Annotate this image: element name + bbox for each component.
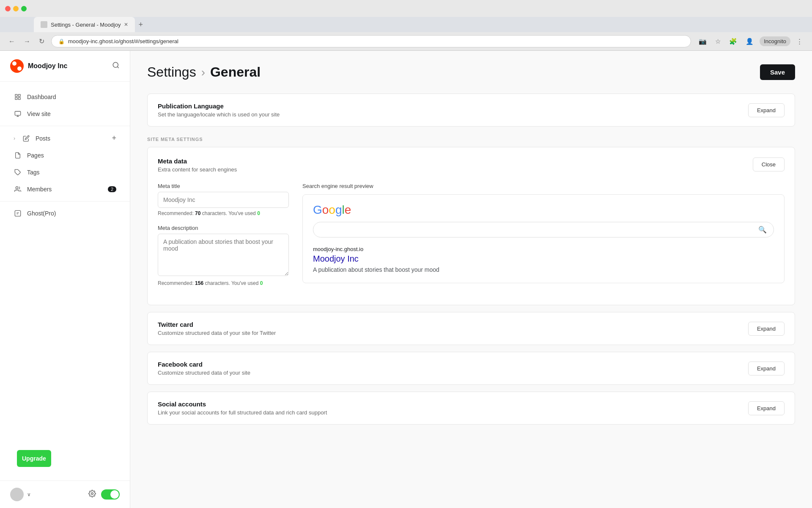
meta-data-title: Meta data xyxy=(158,157,237,165)
meta-title-group: Meta title Recommended: 70 characters. Y… xyxy=(158,183,289,216)
gear-icon xyxy=(88,490,96,497)
lock-icon: 🔒 xyxy=(58,39,65,44)
footer-actions xyxy=(88,489,120,500)
google-preview: Google 🔍 moodjoy-inc.ghost.io Moodjoy In… xyxy=(302,194,785,283)
publication-language-expand-button[interactable]: Expand xyxy=(748,103,785,117)
meta-description-input[interactable] xyxy=(158,234,289,276)
sidebar-item-view-site[interactable]: View site xyxy=(3,105,126,122)
user-avatar[interactable]: ∨ xyxy=(10,488,31,501)
sidebar-title: Moodjoy Inc xyxy=(28,62,67,70)
toggle-knob xyxy=(110,490,119,499)
tags-icon xyxy=(14,168,22,177)
search-button[interactable] xyxy=(112,61,120,71)
extensions-icon[interactable]: 🧩 xyxy=(727,36,740,47)
publication-language-info: Publication Language Set the language/lo… xyxy=(158,102,280,118)
twitter-card-info: Twitter card Customize structured data o… xyxy=(158,321,276,336)
meta-data-close-button[interactable]: Close xyxy=(753,157,785,171)
social-accounts-expand-button[interactable]: Expand xyxy=(748,401,785,415)
meta-description-count: 0 xyxy=(260,280,263,286)
preview-label: Search engine result preview xyxy=(302,183,785,189)
meta-title-input[interactable] xyxy=(158,192,289,208)
facebook-card-desc: Customize structured data of your site xyxy=(158,370,250,376)
close-window-button[interactable] xyxy=(5,6,11,11)
site-meta-section-label: SITE META SETTINGS xyxy=(147,137,795,142)
publication-language-header: Publication Language Set the language/lo… xyxy=(148,94,795,126)
sidebar-header: Moodjoy Inc xyxy=(0,51,130,82)
meta-title-hint: Recommended: 70 characters. You've used … xyxy=(158,210,289,216)
address-input[interactable]: 🔒 moodjoy-inc.ghost.io/ghost/#/settings/… xyxy=(51,35,691,47)
google-search-icon: 🔍 xyxy=(758,226,767,234)
twitter-card-title: Twitter card xyxy=(158,321,276,328)
tab-favicon xyxy=(41,21,47,28)
svg-point-7 xyxy=(16,187,18,189)
dashboard-icon xyxy=(14,93,22,101)
social-accounts-title: Social accounts xyxy=(158,400,327,408)
sidebar-item-tags[interactable]: Tags xyxy=(3,164,126,181)
maximize-window-button[interactable] xyxy=(21,6,27,11)
minimize-window-button[interactable] xyxy=(13,6,19,11)
svg-rect-8 xyxy=(15,210,20,216)
facebook-card-info: Facebook card Customize structured data … xyxy=(158,361,250,376)
meta-content: Meta title Recommended: 70 characters. Y… xyxy=(158,183,785,295)
sidebar-item-pages[interactable]: Pages xyxy=(3,147,126,164)
nav-section-content: › Posts + Pages Tag xyxy=(0,126,130,198)
twitter-card-expand-button[interactable]: Expand xyxy=(748,322,785,336)
browser-actions: 📷 ☆ 🧩 👤 Incognito ⋮ xyxy=(696,36,805,47)
page-header: Settings › General Save xyxy=(147,64,795,80)
view-site-icon xyxy=(14,110,22,118)
meta-description-group: Meta description Recommended: 156 charac… xyxy=(158,225,289,286)
upgrade-button[interactable]: Upgrade xyxy=(17,450,51,467)
social-accounts-card: Social accounts Link your social account… xyxy=(147,392,795,425)
incognito-badge: Incognito xyxy=(760,36,790,46)
sidebar-item-dashboard[interactable]: Dashboard xyxy=(3,88,126,105)
profile-icon[interactable]: 👤 xyxy=(743,36,756,47)
save-button[interactable]: Save xyxy=(760,64,795,80)
sidebar-footer: ∨ xyxy=(0,480,130,508)
back-button[interactable]: ← xyxy=(7,36,17,47)
new-tab-button[interactable]: + xyxy=(138,20,143,29)
facebook-card-header: Facebook card Customize structured data … xyxy=(148,352,795,384)
settings-button[interactable] xyxy=(88,490,96,499)
tab-bar: Settings - General - Moodjoy ✕ + xyxy=(0,17,812,32)
theme-toggle[interactable] xyxy=(101,489,120,500)
traffic-lights xyxy=(5,6,27,11)
facebook-card-expand-button[interactable]: Expand xyxy=(748,362,785,375)
hint-prefix: Recommended: xyxy=(158,210,195,216)
camera-icon[interactable]: 📷 xyxy=(696,36,709,47)
refresh-button[interactable]: ↻ xyxy=(37,36,46,47)
posts-icon xyxy=(22,134,30,143)
bookmark-icon[interactable]: ☆ xyxy=(713,36,723,47)
meta-description-hint: Recommended: 156 characters. You've used… xyxy=(158,280,289,286)
meta-card-header: Meta data Extra content for search engin… xyxy=(158,157,785,173)
forward-button[interactable]: → xyxy=(22,36,32,47)
sidebar-item-label: Members xyxy=(27,186,52,193)
svg-rect-4 xyxy=(18,97,20,99)
breadcrumb-settings: Settings xyxy=(147,64,196,80)
sidebar-item-members[interactable]: Members 2 xyxy=(3,181,126,198)
sidebar-item-posts[interactable]: › Posts + xyxy=(3,130,126,147)
sidebar-item-ghost-pro[interactable]: Ghost(Pro) xyxy=(3,205,126,222)
hint-prefix: Recommended: xyxy=(158,280,195,286)
meta-data-desc: Extra content for search engines xyxy=(158,166,237,173)
svg-rect-5 xyxy=(15,111,20,115)
preview-title: Moodjoy Inc xyxy=(313,254,774,264)
preview-url: moodjoy-inc.ghost.io xyxy=(313,246,774,252)
address-bar: ← → ↻ 🔒 moodjoy-inc.ghost.io/ghost/#/set… xyxy=(0,32,812,51)
sidebar-item-label: Pages xyxy=(27,152,44,159)
add-post-button[interactable]: + xyxy=(112,134,116,143)
google-search-bar[interactable]: 🔍 xyxy=(313,222,774,237)
breadcrumb-arrow: › xyxy=(201,66,205,79)
app: Moodjoy Inc Dashboard View site xyxy=(0,51,812,508)
svg-rect-3 xyxy=(15,97,17,99)
social-accounts-header: Social accounts Link your social account… xyxy=(148,392,795,424)
search-icon xyxy=(112,61,120,69)
active-tab[interactable]: Settings - General - Moodjoy ✕ xyxy=(34,17,135,32)
menu-icon[interactable]: ⋮ xyxy=(794,36,805,47)
google-search-input[interactable] xyxy=(320,226,755,233)
twitter-card-header: Twitter card Customize structured data o… xyxy=(148,312,795,345)
tab-close-button[interactable]: ✕ xyxy=(124,22,128,28)
avatar xyxy=(10,488,24,501)
svg-point-9 xyxy=(91,493,93,495)
sidebar-item-label: View site xyxy=(27,110,51,117)
posts-expand-icon: › xyxy=(14,135,15,141)
